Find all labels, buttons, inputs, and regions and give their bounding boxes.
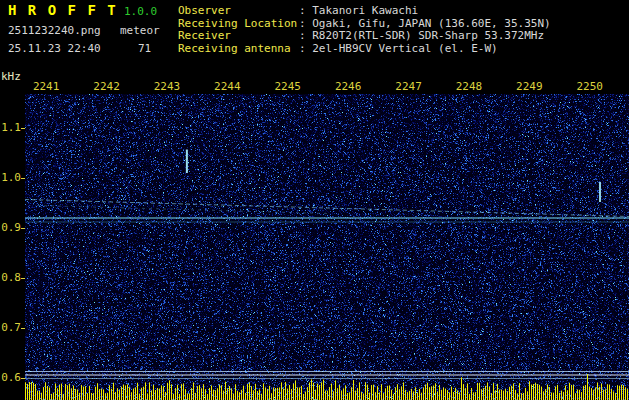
hrofft-spectrogram-window: H R O F F T 1.0.0 2511232240.png meteor … (0, 0, 629, 400)
freq-tick-label: 1.1 (0, 121, 21, 134)
station-info-label: Observer (178, 5, 299, 18)
freq-tick-label: 1.0 (0, 171, 21, 184)
time-tick-label: 2245 (274, 80, 301, 93)
time-tick-label: 2247 (395, 80, 422, 93)
time-tick-label: 2244 (214, 80, 241, 93)
station-info-value: : 2el-HB9CV Vertical (el. E-W) (299, 43, 498, 56)
station-info-row: Receiving antenna: 2el-HB9CV Vertical (e… (178, 43, 551, 56)
station-info: Observer: Takanori KawachiReceiving Loca… (178, 5, 551, 55)
time-tick-label: 2241 (33, 80, 60, 93)
freq-tick-label: 0.6 (0, 371, 21, 384)
time-tick-label: 2243 (154, 80, 181, 93)
observation-mode-label: meteor (120, 24, 160, 37)
station-info-row: Receiver: R820T2(RTL-SDR) SDR-Sharp 53.3… (178, 30, 551, 43)
freq-tick-label: 0.8 (0, 271, 21, 284)
frame-timestamp: 25.11.23 22:40 (8, 42, 101, 55)
station-info-value: : Takanori Kawachi (299, 5, 418, 18)
time-tick-label: 2248 (456, 80, 483, 93)
freq-tick-label: 0.9 (0, 221, 21, 234)
app-version: 1.0.0 (124, 5, 157, 18)
freq-tick-label: 0.7 (0, 321, 21, 334)
time-tick-label: 2242 (93, 80, 120, 93)
app-title: H R O F F T (8, 2, 117, 18)
output-filename: 2511232240.png (8, 24, 101, 37)
station-info-value: : R820T2(RTL-SDR) SDR-Sharp 53.372MHz (299, 30, 544, 43)
freq-unit-label: kHz (1, 70, 21, 83)
spectrogram-canvas (25, 94, 629, 400)
station-info-label: Receiver (178, 30, 299, 43)
station-info-label: Receiving antenna (178, 43, 299, 56)
time-tick-label: 2249 (516, 80, 543, 93)
time-tick-label: 2250 (576, 80, 603, 93)
time-tick-label: 2246 (335, 80, 362, 93)
station-info-row: Observer: Takanori Kawachi (178, 5, 551, 18)
echo-count: 71 (138, 42, 151, 55)
